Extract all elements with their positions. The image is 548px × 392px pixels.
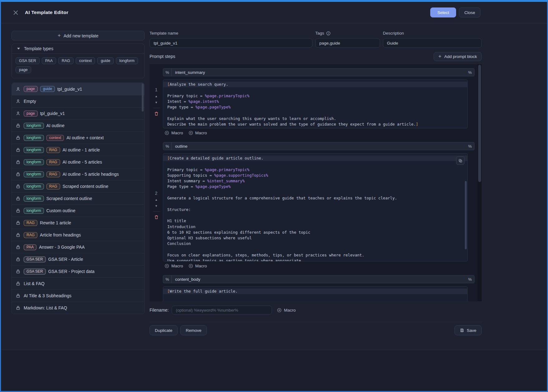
editor-scrollbar-thumb[interactable] [465,181,467,249]
template-item-rewrite-1-article[interactable]: RAGRewrite 1 article [12,217,144,229]
code-line: Supporting topics = %page.supportingTopi… [163,173,467,178]
delete-block-button[interactable] [154,111,159,116]
prompt-block-outline: 2▲▼%outline%[Create a detailed guide art… [150,142,482,268]
close-button[interactable]: Close [459,7,480,17]
template-item-ai-outline-context[interactable]: longformcontextAI outline + context [12,131,144,144]
scrollbar-thumb[interactable] [142,84,144,112]
lock-icon [16,208,21,213]
template-item-tpl-guide-v1[interactable]: pagetpl_guide_v1 [12,107,144,119]
select-button[interactable]: Select [430,7,456,17]
template-item-label: AI Title & 3 Subheadings [24,293,71,298]
save-label: Save [467,328,476,333]
template-item-label: AI outline [46,123,64,128]
template-item-label: AI outline - 5 articles [63,160,102,165]
tag-badge-gsa-ser: GSA SER [24,269,46,275]
tag-badge-longform: longform [24,184,44,189]
template-types-label: Template types [24,46,53,51]
tags-input[interactable] [315,38,380,48]
close-icon[interactable] [13,10,18,15]
prompt-steps-scrollbar[interactable] [478,64,482,301]
template-item-answer-3-google-paa[interactable]: PAAAnswer - 3 Google PAA [12,241,144,253]
template-item-tpl-guide-v1[interactable]: pageguidetpl_guide_v1 [12,83,144,95]
lock-icon [16,172,21,177]
template-item-gsa-ser-article[interactable]: GSA SERGSA SER - Article [12,253,144,265]
template-list-scrollbar[interactable] [142,84,144,313]
plus-circle-icon [277,308,282,313]
plus-icon: + [58,33,61,38]
step-number: 1 [155,87,158,92]
template-item-ai-outline-1-article[interactable]: longformRAGAI outline - 1 article [12,144,144,156]
block-name-input[interactable]: content_body [172,277,466,282]
editor-content: Template name Tags Description Prompt st… [150,31,482,335]
lock-icon [16,196,21,201]
template-item-empty[interactable]: Empty [12,95,144,107]
description-label: Description [383,31,482,36]
template-item-ai-title-3-subheadings[interactable]: AI Title & 3 Subheadings [12,289,144,302]
save-button[interactable]: Save [455,325,482,335]
template-item-scraped-content-outline[interactable]: longformScraped content outline [12,192,144,204]
type-chip-paa[interactable]: PAA [42,57,56,64]
template-name-input[interactable] [150,38,312,48]
plus-circle-icon [188,264,193,268]
lock-icon [16,184,21,189]
block-name-input[interactable]: outline [172,144,466,149]
tag-badge-longform: longform [24,171,44,177]
template-item-ai-outline-5-articles[interactable]: longformRAGAI outline - 5 articles [12,156,144,168]
tag-badge-page: page [24,111,38,117]
template-item-label: AI outline - 5 article headings [63,172,119,177]
code-line: Structure: [163,207,467,213]
template-item-custom-outline[interactable]: longformCustom outline [12,204,144,217]
type-chip-guide[interactable]: guide [97,57,114,64]
lock-icon [16,257,21,262]
move-block-down-button[interactable]: ▼ [154,101,158,105]
filename-row: Filename: Macro [150,306,482,314]
filename-macro-button[interactable]: Macro [277,308,296,313]
code-line: [Create a detailed guide article outline… [163,155,467,161]
filename-input[interactable] [172,306,272,314]
template-item-label: GSA SER - Project data [48,269,95,274]
template-item-gsa-ser-project-data[interactable]: GSA SERGSA SER - Project data [12,265,144,277]
block-name-input[interactable]: intent_summary [172,70,466,75]
template-name-label: Template name [150,31,312,36]
insert-macro-button[interactable]: Macro [164,264,183,268]
type-chip-context[interactable]: context [76,57,95,64]
add-prompt-block-button[interactable]: + Add prompt block [434,52,482,61]
user-icon [16,99,21,104]
type-chip-longform[interactable]: longform [116,57,138,64]
insert-macro-button[interactable]: Macro [188,131,207,135]
description-input[interactable] [383,38,482,48]
prompt-text-editor[interactable]: [Write the full guide article. [163,286,468,301]
template-types-toggle[interactable]: Template types [12,44,144,54]
move-block-down-button[interactable]: ▼ [154,204,158,208]
template-item-scraped-content-outline[interactable]: longformRAGScraped content outline [12,180,144,192]
type-chip-gsa-ser[interactable]: GSA SER [16,57,40,64]
lock-icon [16,123,21,128]
gutter-divider [153,108,160,108]
save-icon [460,328,464,332]
block-body: %intent_summary%[Analyze the search quer… [163,68,474,135]
template-item-article-from-headings[interactable]: RAGArticle from headings [12,229,144,241]
code-line: Use supporting topics as section topics … [163,258,467,261]
code-line [163,110,467,116]
type-chip-rag[interactable]: RAG [58,57,74,64]
move-block-up-button[interactable]: ▲ [154,94,158,98]
template-item-markdown-list-faq[interactable]: Markdown: List & FAQ [12,302,144,314]
prompt-text-editor[interactable]: [Create a detailed guide article outline… [163,153,468,261]
remove-button[interactable]: Remove [180,325,207,335]
template-item-ai-outline-5-article-headings[interactable]: longformRAGAI outline - 5 article headin… [12,168,144,180]
move-block-up-button[interactable]: ▲ [154,198,158,202]
duplicate-button[interactable]: Duplicate [150,325,178,335]
scrollbar-thumb[interactable] [478,65,481,182]
insert-macro-button[interactable]: Macro [164,131,183,135]
template-item-label: Empty [24,99,36,104]
template-item-list-faq[interactable]: List & FAQ [12,277,144,289]
block-body: %content_body%[Write the full guide arti… [163,275,474,301]
prompt-text-editor[interactable]: [Analyze the search query.Primary topic … [163,79,468,128]
add-new-template-button[interactable]: + Add new template [12,31,145,41]
delete-block-button[interactable] [154,215,159,220]
percent-prefix: % [163,69,172,76]
template-item-ai-outline[interactable]: longformAI outline [12,119,144,131]
insert-macro-button[interactable]: Macro [188,264,207,268]
type-chip-page[interactable]: page [16,66,31,73]
copy-button[interactable] [456,156,465,165]
